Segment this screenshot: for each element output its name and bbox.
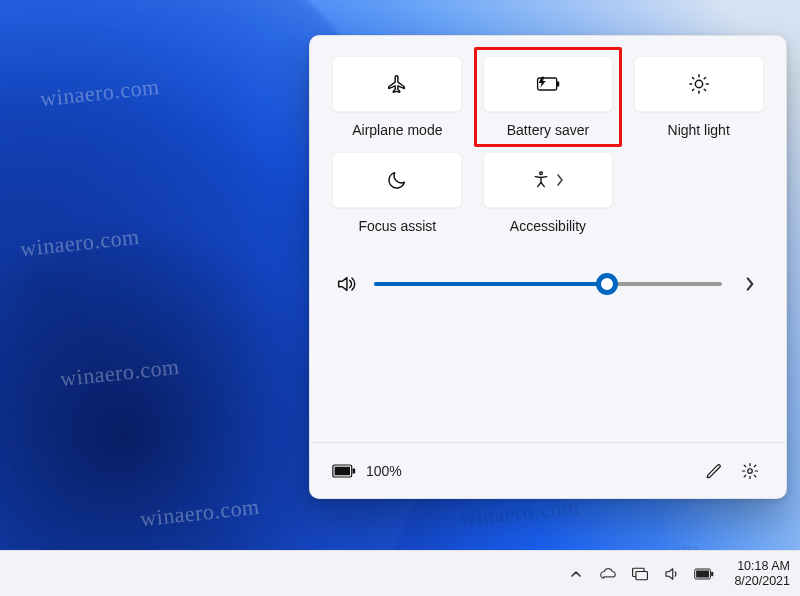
gear-icon xyxy=(741,462,759,480)
svg-line-8 xyxy=(704,89,705,90)
airplane-icon xyxy=(386,73,408,95)
tile-accessibility: Accessibility xyxy=(483,152,614,234)
focus-assist-toggle[interactable] xyxy=(332,152,462,208)
night-light-icon xyxy=(688,73,710,95)
svg-point-11 xyxy=(540,172,543,175)
svg-point-15 xyxy=(748,468,753,473)
battery-saver-icon xyxy=(535,75,561,93)
speaker-icon[interactable] xyxy=(332,270,360,298)
tile-label: Night light xyxy=(668,122,730,138)
svg-point-2 xyxy=(695,80,702,87)
volume-slider[interactable] xyxy=(374,282,722,286)
pencil-icon xyxy=(705,462,723,480)
night-light-toggle[interactable] xyxy=(634,56,764,112)
quick-settings-footer: 100% xyxy=(310,442,786,498)
battery-saver-toggle[interactable] xyxy=(483,56,613,112)
svg-rect-19 xyxy=(697,570,710,577)
taskbar-clock[interactable]: 10:18 AM 8/20/2021 xyxy=(734,559,790,589)
battery-percent-text: 100% xyxy=(366,463,402,479)
taskbar-date: 8/20/2021 xyxy=(734,574,790,589)
battery-full-icon xyxy=(332,464,356,478)
taskbar-time: 10:18 AM xyxy=(737,559,790,574)
tile-label: Accessibility xyxy=(510,218,586,234)
edit-quick-settings-button[interactable] xyxy=(696,453,732,489)
moon-icon xyxy=(386,169,408,191)
volume-slider-thumb[interactable] xyxy=(596,273,618,295)
svg-line-9 xyxy=(692,89,693,90)
system-tray: 10:18 AM 8/20/2021 xyxy=(566,559,790,589)
svg-rect-14 xyxy=(353,468,356,473)
tray-overflow-button[interactable] xyxy=(566,564,586,584)
network-tray-icon[interactable] xyxy=(630,564,650,584)
svg-rect-13 xyxy=(335,466,350,475)
volume-flyout-expand[interactable] xyxy=(736,270,764,298)
tile-focus-assist: Focus assist xyxy=(332,152,463,234)
tile-battery-saver: Battery saver xyxy=(483,56,614,138)
battery-tray-icon[interactable] xyxy=(694,564,714,584)
onedrive-tray-icon[interactable] xyxy=(598,564,618,584)
taskbar: 10:18 AM 8/20/2021 xyxy=(0,550,800,596)
volume-tray-icon[interactable] xyxy=(662,564,682,584)
volume-slider-fill xyxy=(374,282,607,286)
svg-rect-17 xyxy=(636,571,647,579)
svg-line-10 xyxy=(704,77,705,78)
tile-label: Battery saver xyxy=(507,122,589,138)
tile-label: Airplane mode xyxy=(352,122,442,138)
volume-row xyxy=(332,270,764,298)
svg-line-7 xyxy=(692,77,693,78)
accessibility-toggle[interactable] xyxy=(483,152,613,208)
svg-rect-1 xyxy=(557,81,560,86)
chevron-right-icon xyxy=(555,173,565,187)
quick-settings-tiles: Airplane mode Battery saver xyxy=(332,56,764,234)
tile-night-light: Night light xyxy=(633,56,764,138)
svg-rect-20 xyxy=(712,571,714,575)
battery-status[interactable]: 100% xyxy=(332,463,402,479)
tile-airplane-mode: Airplane mode xyxy=(332,56,463,138)
airplane-mode-toggle[interactable] xyxy=(332,56,462,112)
accessibility-icon xyxy=(531,170,551,190)
tile-label: Focus assist xyxy=(358,218,436,234)
open-settings-button[interactable] xyxy=(732,453,768,489)
quick-settings-flyout: Airplane mode Battery saver xyxy=(309,35,787,499)
